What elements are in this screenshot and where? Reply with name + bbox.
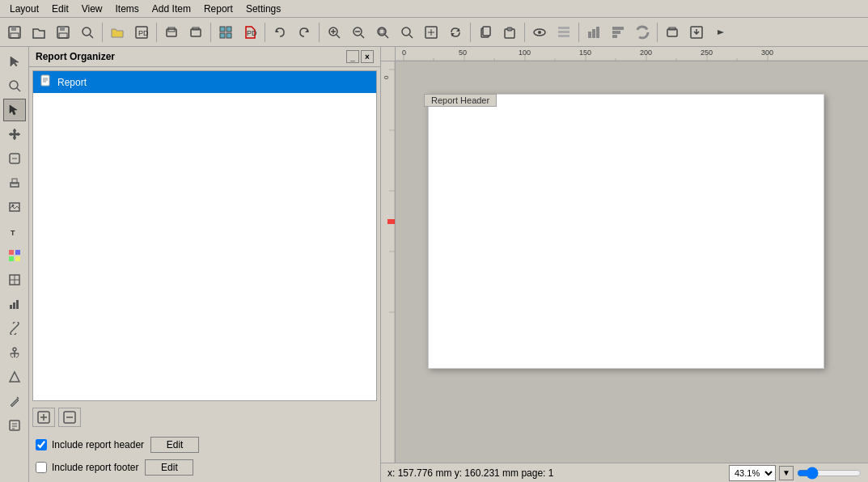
- menu-items[interactable]: Items: [109, 2, 146, 16]
- toolbar-refresh-btn[interactable]: [444, 21, 467, 44]
- svg-marker-57: [718, 30, 724, 35]
- svg-line-32: [409, 35, 413, 38]
- include-footer-checkbox[interactable]: [36, 462, 47, 473]
- include-footer-label[interactable]: Include report footer: [36, 462, 138, 473]
- tool-pointer[interactable]: [3, 50, 26, 73]
- panel-options: Include report header Edit Include repor…: [29, 430, 380, 482]
- toolbar-bar3-btn[interactable]: [631, 21, 654, 44]
- svg-rect-44: [558, 27, 569, 29]
- toolbar-zoom-select-btn[interactable]: [396, 21, 418, 44]
- tool-draw[interactable]: [3, 390, 26, 412]
- toolbar-view-btn[interactable]: [528, 21, 551, 44]
- svg-text:150: 150: [579, 49, 591, 57]
- report-page[interactable]: [428, 94, 824, 369]
- svg-text:PDF: PDF: [247, 29, 257, 37]
- toolbar-print-prev-btn[interactable]: [160, 21, 183, 44]
- panel-remove-btn[interactable]: [58, 408, 81, 427]
- tool-select[interactable]: [3, 99, 26, 121]
- svg-text:200: 200: [640, 49, 652, 57]
- svg-rect-75: [13, 302, 15, 309]
- canvas-scroll-area[interactable]: Report Header: [396, 61, 868, 463]
- toolbar-folder-btn[interactable]: [106, 21, 129, 44]
- report-tree-label: Report: [57, 77, 87, 88]
- toolbar-zoom-page-btn[interactable]: [371, 21, 394, 44]
- menu-report[interactable]: Report: [197, 2, 239, 16]
- tool-chart[interactable]: [3, 293, 26, 315]
- svg-line-77: [13, 327, 16, 330]
- horizontal-ruler: 0 50 100 150 200 250 300: [396, 47, 868, 61]
- zoom-dropdown-btn[interactable]: ▼: [779, 466, 794, 480]
- toolbar-search-btn[interactable]: [76, 21, 99, 44]
- toolbar-print-btn[interactable]: [184, 21, 207, 44]
- panel-toolbar: [29, 404, 380, 430]
- report-panel-title: Report Organizer: [36, 51, 115, 62]
- svg-rect-30: [379, 29, 384, 34]
- toolbar-bar1-btn[interactable]: [582, 21, 605, 44]
- report-header-label: Report Header: [424, 94, 497, 107]
- toolbar-print3-btn[interactable]: [661, 21, 684, 44]
- tool-move[interactable]: [3, 123, 26, 146]
- toolbar-more-btn[interactable]: [709, 21, 732, 44]
- toolbar-export-btn[interactable]: PDF: [130, 21, 153, 44]
- svg-point-53: [637, 27, 648, 38]
- menu-settings[interactable]: Settings: [239, 2, 287, 16]
- include-header-label[interactable]: Include report header: [36, 439, 144, 450]
- toolbar-export3-btn[interactable]: [685, 21, 708, 44]
- tool-image[interactable]: [3, 196, 26, 218]
- footer-option-row: Include report footer Edit: [36, 459, 374, 476]
- svg-rect-67: [9, 250, 14, 255]
- toolbar-redo-btn[interactable]: [293, 21, 315, 44]
- panel-minimize-btn[interactable]: _: [346, 50, 359, 63]
- menu-edit[interactable]: Edit: [45, 2, 75, 16]
- tool-anchor[interactable]: [3, 341, 26, 364]
- edit-footer-btn[interactable]: Edit: [145, 459, 193, 476]
- panel-add-btn[interactable]: [32, 408, 55, 427]
- toolbar-view2-btn[interactable]: [553, 21, 575, 44]
- include-header-checkbox[interactable]: [36, 439, 47, 450]
- toolbar-save-btn[interactable]: [3, 21, 26, 44]
- menu-add-item[interactable]: Add Item: [146, 2, 197, 16]
- status-coords: x: 157.776 mm y: 160.231 mm page: 1: [387, 467, 729, 479]
- toolbar-atlas-btn[interactable]: [214, 21, 237, 44]
- include-footer-text: Include report footer: [52, 462, 138, 473]
- toolbar-undo-btn[interactable]: [269, 21, 291, 44]
- report-tree[interactable]: Report: [32, 70, 377, 401]
- svg-rect-49: [596, 27, 599, 38]
- svg-rect-52: [612, 35, 617, 38]
- svg-rect-16: [220, 33, 225, 38]
- toolbar-paste-btn[interactable]: [498, 21, 521, 44]
- tool-panel: T: [0, 47, 29, 482]
- edit-header-btn[interactable]: Edit: [150, 437, 199, 453]
- toolbar-bar2-btn[interactable]: [607, 21, 629, 44]
- tool-zoom-tool[interactable]: [3, 147, 26, 170]
- toolbar-save2-btn[interactable]: [52, 21, 74, 44]
- tool-stamp[interactable]: [3, 171, 26, 194]
- tool-shape[interactable]: [3, 366, 26, 388]
- svg-text:T: T: [11, 229, 15, 237]
- svg-text:PDF: PDF: [138, 29, 149, 37]
- svg-rect-45: [558, 31, 569, 33]
- panel-close-btn[interactable]: ×: [361, 50, 374, 63]
- toolbar: PDF PDF: [0, 18, 868, 47]
- tool-text[interactable]: T: [3, 220, 26, 243]
- svg-rect-41: [507, 27, 512, 31]
- tool-search[interactable]: [3, 74, 26, 97]
- tool-link[interactable]: [3, 317, 26, 340]
- toolbar-pdf-btn[interactable]: PDF: [239, 21, 261, 44]
- tool-note[interactable]: [3, 414, 26, 437]
- tool-table[interactable]: [3, 268, 26, 291]
- menu-view[interactable]: View: [75, 2, 109, 16]
- svg-rect-76: [16, 300, 19, 309]
- zoom-slider[interactable]: [797, 467, 862, 480]
- report-tree-item[interactable]: Report: [33, 71, 376, 93]
- toolbar-copy-btn[interactable]: [474, 21, 497, 44]
- svg-line-29: [385, 35, 388, 38]
- toolbar-zoom-fit-btn[interactable]: [420, 21, 442, 44]
- toolbar-zoom-in-btn[interactable]: [323, 21, 345, 44]
- svg-rect-46: [558, 35, 569, 37]
- toolbar-zoom-out-btn[interactable]: [347, 21, 370, 44]
- tool-colors[interactable]: [3, 244, 26, 267]
- menu-layout[interactable]: Layout: [3, 2, 45, 16]
- zoom-select[interactable]: 25% 33% 43.1% 50% 75% 100% 150% 200%: [729, 465, 776, 481]
- toolbar-open-btn[interactable]: [28, 21, 50, 44]
